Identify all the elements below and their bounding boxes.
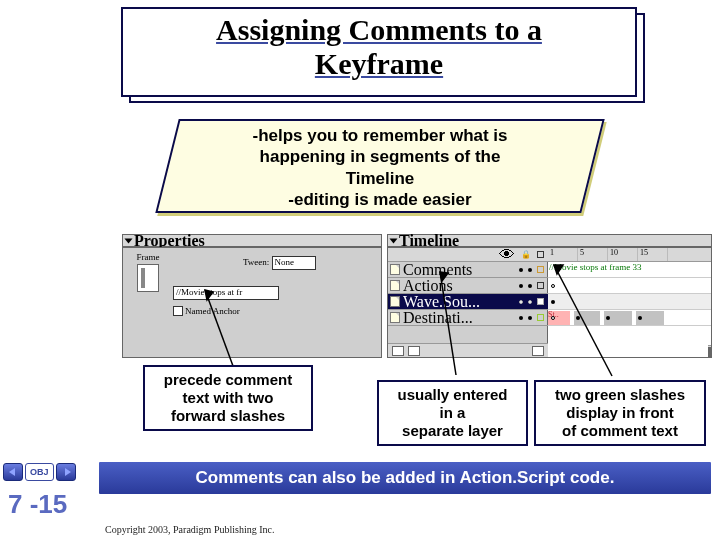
next-button[interactable] [56,463,76,481]
obj-button[interactable]: OBJ [25,463,54,481]
caption-l2: in a [440,404,466,421]
notes-l2: happening in segments of the [260,147,501,166]
timeline-scrollbar[interactable] [708,345,711,357]
tween-label: Tween: [243,257,269,267]
eye-icon[interactable]: 👁 [499,246,515,264]
arrow-icon [203,288,263,370]
slide-title: Assigning Comments to a Keyframe [123,13,635,80]
notes-l1: -helps you to remember what is [252,126,507,145]
page-number: 7 -15 [8,489,67,520]
keyframe-icon [638,316,642,320]
layer-icon [390,280,400,291]
svg-line-0 [205,290,233,366]
copyright: Copyright 2003, Paradigm Publishing Inc. [105,524,274,535]
svg-marker-3 [440,272,448,281]
caption-l3: separate layer [402,422,503,439]
caption-usually-entered: usually entered in a separate layer [377,380,528,446]
frame-icon [137,264,159,292]
caption-green-slashes: two green slashes display in front of co… [534,380,706,446]
timeline-panel: 👁 🔒 Comments Actions Wave.Sou... Destina… [387,247,712,358]
svg-marker-1 [205,290,213,300]
outline-icon[interactable] [537,251,544,258]
frame-section: Frame [127,252,169,294]
notes-text: -helps you to remember what is happening… [167,125,593,210]
layer-icon [390,264,400,275]
svg-marker-5 [554,265,563,274]
caption-precede: precede comment text with two forward sl… [143,365,313,431]
title-line2: Keyframe [315,47,443,80]
footer-bar: Comments can also be added in Action.Scr… [99,462,711,494]
caption-l1: precede comment [164,371,292,388]
arrow-icon [438,270,478,378]
trash-icon[interactable] [532,346,544,356]
caption-l1: two green slashes [555,386,685,403]
nav-controls: OBJ [3,461,93,483]
named-anchor-checkbox[interactable] [173,306,183,316]
scroll-right-icon[interactable] [710,347,712,357]
caption-l2: display in front [566,404,674,421]
title-box: Assigning Comments to a Keyframe [121,7,637,97]
ruler-tick: 1 [548,248,578,261]
tween-select[interactable]: None [272,256,316,270]
svg-line-2 [440,272,456,375]
add-layer-icon[interactable] [392,346,404,356]
notes-box: -helps you to remember what is happening… [167,119,597,219]
ruler-tick: 5 [578,248,608,261]
notes-l3: Timeline [346,169,415,188]
collapse-icon[interactable] [125,238,133,243]
collapse-icon[interactable] [390,238,398,243]
caption-l3: of comment text [562,422,678,439]
properties-panel-header[interactable]: Properties [122,234,382,247]
caption-l3: forward slashes [171,407,285,424]
caption-l2: text with two [183,389,274,406]
notes-l4: -editing is made easier [288,190,471,209]
svg-line-4 [554,265,612,376]
lock-icon[interactable]: 🔒 [521,250,531,259]
timeline-panel-header[interactable]: Timeline [387,234,712,247]
title-line1: Assigning Comments to a [216,13,542,46]
ruler-tick: 10 [608,248,638,261]
arrow-icon [552,263,622,379]
layer-icon [390,296,400,307]
frame-label: Frame [127,252,169,262]
add-folder-icon[interactable] [408,346,420,356]
ruler-tick: 15 [638,248,668,261]
caption-l1: usually entered [397,386,507,403]
layer-icon [390,312,400,323]
timeline-ruler: 1 5 10 15 [548,248,711,262]
tween-row: Tween: None [243,256,316,270]
prev-button[interactable] [3,463,23,481]
